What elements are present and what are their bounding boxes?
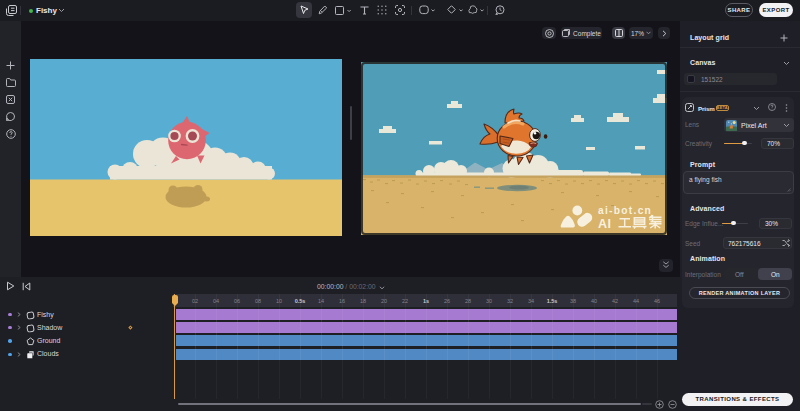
svg-text:AI: AI: [598, 217, 612, 231]
svg-text:ai-bot.cn: ai-bot.cn: [598, 205, 652, 216]
